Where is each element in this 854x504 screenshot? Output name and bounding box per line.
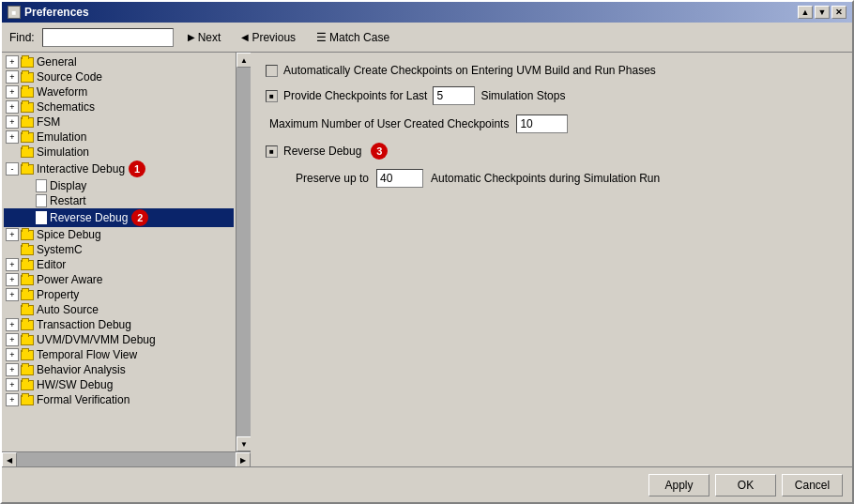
close-button[interactable]: ✕: [831, 6, 846, 19]
auto-checkpoint-label: Automatically Create Checkpoints on Ente…: [283, 64, 656, 77]
folder-icon-interactive-debug: [21, 164, 34, 175]
sidebar-item-general[interactable]: + General: [4, 54, 234, 69]
folder-icon-emulation: [21, 132, 34, 143]
sidebar-label-power-aware: Power Aware: [37, 273, 102, 286]
preserve-suffix-label: Automatic Checkpoints during Simulation …: [431, 172, 660, 185]
expand-uvm-debug[interactable]: +: [6, 333, 19, 346]
sidebar-label-spice-debug: Spice Debug: [37, 228, 101, 241]
sidebar-label-fsm: FSM: [37, 115, 60, 129]
expand-behavior-analysis[interactable]: +: [6, 363, 19, 376]
apply-button[interactable]: Apply: [648, 474, 709, 496]
expand-source-code[interactable]: +: [6, 70, 19, 84]
expand-fsm[interactable]: +: [6, 115, 19, 129]
expand-spice-debug[interactable]: +: [6, 228, 19, 241]
spacer-simulation: [6, 145, 19, 159]
prev-arrow-icon: ◀: [241, 32, 249, 42]
sidebar-label-uvm-debug: UVM/DVM/VMM Debug: [37, 333, 156, 346]
spacer-systemc: [6, 243, 19, 256]
sidebar-label-interactive-debug: Interactive Debug: [37, 162, 125, 176]
expand-interactive-debug[interactable]: -: [6, 162, 19, 176]
sidebar-item-source-code[interactable]: + Source Code: [4, 69, 234, 84]
preserve-value-input[interactable]: [376, 169, 423, 188]
match-case-label: Match Case: [329, 31, 389, 44]
tree-hscrollbar[interactable]: ◀ ▶: [2, 451, 251, 466]
find-input[interactable]: [42, 28, 174, 47]
sidebar-item-power-aware[interactable]: + Power Aware: [4, 272, 234, 287]
folder-icon-systemc: [21, 245, 34, 255]
expand-schematics[interactable]: +: [6, 100, 19, 114]
ok-button[interactable]: OK: [715, 474, 776, 496]
sidebar-item-spice-debug[interactable]: + Spice Debug: [4, 227, 234, 242]
expand-power-aware[interactable]: +: [6, 273, 19, 286]
sidebar-label-hw-sw-debug: HW/SW Debug: [37, 378, 113, 391]
sidebar-item-display[interactable]: Display: [4, 178, 234, 193]
sidebar-label-property: Property: [37, 288, 79, 301]
cancel-label: Cancel: [795, 479, 830, 492]
folder-icon-spice-debug: [21, 230, 34, 240]
sidebar-item-reverse-debug[interactable]: Reverse Debug 2: [4, 208, 234, 227]
sidebar-item-editor[interactable]: + Editor: [4, 257, 234, 272]
previous-button[interactable]: ◀ Previous: [235, 27, 302, 48]
find-label: Find:: [9, 31, 35, 44]
scroll-down-button[interactable]: ▼: [236, 436, 251, 451]
minimize-button[interactable]: ▲: [798, 6, 813, 19]
sidebar-item-restart[interactable]: Restart: [4, 193, 234, 208]
main-content: + General + Source Code + Waveform: [2, 53, 852, 466]
expand-hw-sw-debug[interactable]: +: [6, 378, 19, 391]
cancel-button[interactable]: Cancel: [782, 474, 843, 496]
window-title: Preferences: [24, 6, 89, 19]
sidebar-item-emulation[interactable]: + Emulation: [4, 130, 234, 145]
folder-icon-waveform: [21, 87, 34, 98]
expand-waveform[interactable]: +: [6, 85, 19, 99]
doc-icon-reverse-debug: [36, 211, 47, 224]
hscroll-track: [17, 452, 236, 466]
maximize-button[interactable]: ▼: [815, 6, 830, 19]
max-checkpoints-input[interactable]: [516, 115, 568, 133]
right-panel: Automatically Create Checkpoints on Ente…: [251, 53, 852, 466]
folder-icon-editor: [21, 260, 34, 270]
folder-icon-transaction-debug: [21, 320, 34, 330]
expand-transaction-debug[interactable]: +: [6, 318, 19, 331]
expand-formal-verification[interactable]: +: [6, 393, 19, 406]
preserve-row: Preserve up to Automatic Checkpoints dur…: [266, 169, 837, 188]
settings-section: Automatically Create Checkpoints on Ente…: [266, 64, 837, 188]
sidebar-item-schematics[interactable]: + Schematics: [4, 99, 234, 115]
sidebar-item-uvm-debug[interactable]: + UVM/DVM/VMM Debug: [4, 332, 234, 347]
folder-icon-property: [21, 290, 34, 300]
tree-scrollbar[interactable]: ▲ ▼: [236, 53, 251, 451]
sidebar-label-temporal-flow-view: Temporal Flow View: [37, 348, 137, 361]
folder-icon-temporal-flow-view: [21, 350, 34, 360]
preferences-window: ■ Preferences ▲ ▼ ✕ Find: ▶ Next ◀ Previ…: [0, 0, 854, 504]
sidebar-item-hw-sw-debug[interactable]: + HW/SW Debug: [4, 377, 234, 392]
expand-editor[interactable]: +: [6, 258, 19, 271]
reverse-debug-checkbox[interactable]: [266, 145, 278, 158]
sidebar-item-temporal-flow-view[interactable]: + Temporal Flow View: [4, 347, 234, 362]
sidebar-label-emulation: Emulation: [37, 130, 86, 144]
next-button[interactable]: ▶ Next: [181, 27, 228, 48]
expand-property[interactable]: +: [6, 288, 19, 301]
sidebar-item-systemc[interactable]: SystemC: [4, 242, 234, 257]
sidebar-item-property[interactable]: + Property: [4, 287, 234, 302]
scroll-up-button[interactable]: ▲: [236, 53, 251, 68]
sidebar-item-transaction-debug[interactable]: + Transaction Debug: [4, 317, 234, 332]
tree-container[interactable]: + General + Source Code + Waveform: [2, 53, 236, 451]
sidebar-label-transaction-debug: Transaction Debug: [37, 318, 131, 331]
sidebar-item-waveform[interactable]: + Waveform: [4, 84, 234, 99]
sidebar-item-simulation[interactable]: Simulation: [4, 145, 234, 160]
expand-temporal-flow-view[interactable]: +: [6, 348, 19, 361]
sidebar-item-behavior-analysis[interactable]: + Behavior Analysis: [4, 362, 234, 377]
checkpoints-value-input[interactable]: [433, 86, 475, 105]
provide-checkpoints-checkbox[interactable]: [266, 90, 278, 102]
expand-general[interactable]: +: [6, 55, 19, 69]
hscroll-right-button[interactable]: ▶: [236, 452, 251, 466]
sidebar-item-fsm[interactable]: + FSM: [4, 115, 234, 130]
match-case-button[interactable]: ☰ Match Case: [310, 27, 396, 48]
sidebar-label-waveform: Waveform: [37, 85, 87, 99]
hscroll-left-button[interactable]: ◀: [2, 452, 17, 466]
expand-emulation[interactable]: +: [6, 130, 19, 144]
badge-reverse-debug: 2: [131, 209, 148, 226]
sidebar-item-auto-source[interactable]: Auto Source: [4, 302, 234, 317]
sidebar-item-formal-verification[interactable]: + Formal Verification: [4, 392, 234, 407]
auto-checkpoint-checkbox[interactable]: [266, 65, 278, 77]
sidebar-item-interactive-debug[interactable]: - Interactive Debug 1: [4, 160, 234, 178]
